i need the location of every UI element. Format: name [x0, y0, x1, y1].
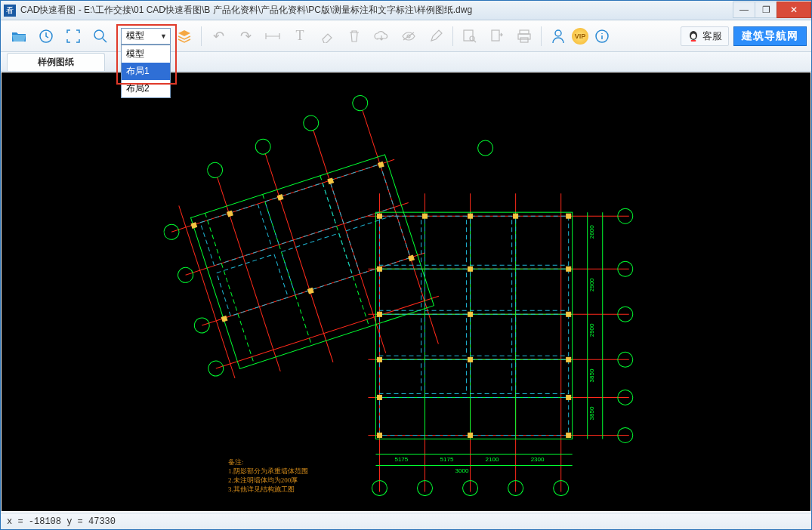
hide-icon[interactable]	[398, 26, 419, 47]
titlebar: 看 CAD快速看图 - E:\工作交接\01 CAD快速看图\B 产品化资料\产…	[1, 1, 811, 20]
svg-rect-93	[468, 312, 473, 316]
kefu-label: 客服	[702, 29, 722, 43]
print-icon[interactable]	[514, 26, 535, 47]
svg-rect-81	[471, 359, 512, 393]
window-controls: — ❐ ✕	[733, 2, 811, 18]
nav-label: 建筑导航网	[742, 29, 798, 43]
svg-rect-97	[567, 357, 571, 362]
svg-point-41	[254, 137, 273, 156]
svg-point-44	[162, 223, 181, 242]
svg-rect-68	[425, 216, 467, 265]
svg-rect-79	[379, 359, 421, 393]
svg-text:2600: 2600	[588, 225, 595, 239]
minimize-button[interactable]: —	[733, 2, 755, 18]
svg-rect-96	[468, 357, 473, 362]
svg-rect-99	[567, 395, 571, 399]
svg-rect-5	[492, 30, 499, 41]
toolbar-separator	[452, 26, 453, 46]
svg-rect-77	[471, 314, 512, 356]
svg-rect-101	[468, 433, 473, 437]
svg-point-9	[555, 30, 561, 36]
svg-rect-33	[227, 211, 233, 217]
customer-service-button[interactable]: 客服	[681, 26, 729, 46]
eraser-icon[interactable]	[316, 26, 338, 47]
svg-rect-90	[468, 267, 473, 271]
info-icon[interactable]	[591, 26, 613, 47]
find-text-icon[interactable]	[459, 26, 480, 47]
space-combo[interactable]: 模型 ▼	[121, 28, 171, 45]
svg-text:5175: 5175	[440, 456, 454, 463]
measure-length-icon[interactable]	[262, 26, 283, 47]
dropdown-arrow-icon: ▼	[160, 32, 167, 40]
redo-icon[interactable]: ↷	[235, 26, 256, 47]
maximize-button[interactable]: ❐	[755, 2, 777, 18]
svg-rect-75	[379, 314, 421, 356]
svg-rect-89	[377, 267, 381, 271]
zoom-window-icon[interactable]	[90, 26, 111, 47]
svg-text:2900: 2900	[588, 323, 595, 337]
layers-icon[interactable]	[174, 26, 195, 47]
toolbar-separator	[541, 26, 542, 46]
statusbar: x = -18108 y = 47330	[1, 513, 811, 529]
space-option-layout2[interactable]: 布局2	[122, 80, 170, 97]
svg-rect-86	[468, 214, 473, 218]
app-icon: 看	[4, 5, 16, 17]
space-option-model[interactable]: 模型	[122, 45, 170, 63]
close-button[interactable]: ✕	[776, 2, 811, 18]
toolbar-separator	[201, 26, 202, 46]
vip-badge[interactable]: VIP	[572, 28, 588, 45]
open-file-icon[interactable]	[8, 26, 29, 47]
tab-sample-drawing[interactable]: 样例图纸	[7, 53, 105, 71]
svg-line-13	[179, 205, 235, 377]
space-combo-dropdown: 模型 布局1 布局2	[121, 45, 171, 98]
svg-rect-83	[379, 397, 568, 435]
svg-rect-94	[567, 312, 571, 316]
user-icon[interactable]	[548, 26, 569, 47]
note-line: 备注:	[228, 458, 308, 467]
note-line: 1.阴影部分为承重墙体范围	[228, 467, 308, 476]
svg-point-1	[94, 30, 103, 39]
svg-text:5175: 5175	[394, 456, 408, 463]
svg-rect-34	[277, 195, 283, 201]
export-icon[interactable]	[486, 26, 508, 47]
jianzhu-nav-button[interactable]: 建筑导航网	[733, 26, 807, 46]
svg-rect-36	[378, 162, 384, 168]
drawing-canvas[interactable]: 5175 5175 2100 2300 3000 2600 2900 2900 …	[2, 72, 810, 511]
text-annotation-icon[interactable]: T	[289, 26, 310, 47]
space-combo-value: 模型	[126, 29, 144, 42]
note-line: 3.其他详见结构施工图	[228, 485, 308, 494]
svg-text:3850: 3850	[588, 368, 595, 382]
delete-icon[interactable]	[344, 26, 365, 47]
cad-drawing: 5175 5175 2100 2300 3000 2600 2900 2900 …	[2, 72, 810, 496]
svg-rect-39	[409, 255, 415, 261]
svg-text:2100: 2100	[486, 456, 499, 463]
svg-rect-85	[423, 214, 428, 218]
main-toolbar: 模型 ▼ 模型 布局1 布局2 ↶ ↷ T	[1, 20, 811, 52]
undo-icon[interactable]: ↶	[208, 26, 229, 47]
svg-rect-98	[377, 395, 381, 399]
edit-icon[interactable]	[425, 26, 446, 47]
svg-rect-32	[191, 223, 197, 229]
svg-rect-38	[308, 288, 314, 294]
window-title: CAD快速看图 - E:\工作交接\01 CAD快速看图\B 产品化资料\产品化…	[20, 4, 733, 17]
svg-text:2900: 2900	[588, 278, 595, 291]
svg-rect-102	[567, 433, 571, 437]
recent-icon[interactable]	[36, 26, 57, 47]
svg-point-12	[691, 33, 696, 39]
svg-rect-80	[425, 359, 467, 393]
space-option-layout1[interactable]: 布局1	[122, 63, 170, 80]
svg-rect-69	[471, 216, 512, 265]
svg-rect-91	[567, 267, 571, 271]
svg-rect-30	[281, 233, 353, 295]
svg-point-114	[478, 140, 493, 156]
fit-screen-icon[interactable]	[63, 26, 84, 47]
note-line: 2.未注明墙体均为200厚	[228, 476, 308, 485]
svg-rect-73	[471, 269, 512, 310]
svg-line-21	[216, 296, 439, 368]
cursor-coordinates: x = -18108 y = 47330	[7, 516, 116, 527]
cloud-download-icon[interactable]	[371, 26, 392, 47]
svg-line-23	[205, 213, 255, 364]
svg-rect-35	[328, 178, 334, 184]
svg-rect-92	[377, 312, 381, 316]
svg-text:3000: 3000	[455, 467, 469, 474]
